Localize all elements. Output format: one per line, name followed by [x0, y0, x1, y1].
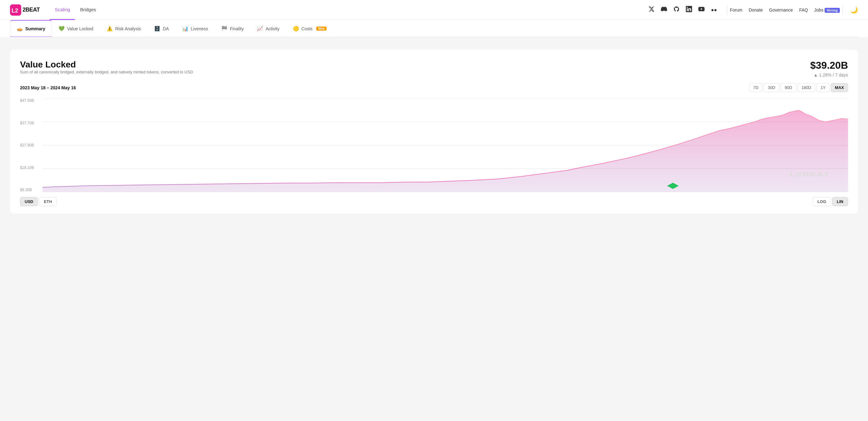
youtube-icon[interactable]	[698, 6, 705, 14]
liveness-icon: 📊	[182, 26, 188, 32]
time-90d[interactable]: 90D	[780, 83, 796, 92]
time-1y[interactable]: 1Y	[816, 83, 830, 92]
tab-risk-analysis[interactable]: ⚠️ Risk Analysis	[100, 20, 148, 37]
chart-change: ▲ 1.28% / 7 days	[810, 72, 848, 77]
linkedin-icon[interactable]	[686, 6, 692, 14]
value-locked-chart-section: Value Locked Sum of all canonically brid…	[10, 50, 858, 214]
y-label-4: $37.70B	[20, 121, 42, 125]
nav-bridges[interactable]: Bridges	[75, 0, 101, 20]
faq-link[interactable]: FAQ	[799, 7, 808, 12]
chart-date-row: 2023 May 18 – 2024 May 16 7D 30D 90D 180…	[20, 83, 848, 92]
dark-mode-divider	[842, 5, 843, 15]
right-nav: Forum Donate Governance FAQ JobsHiring	[730, 7, 840, 12]
summary-icon: 🥧	[17, 26, 23, 32]
finality-icon: 🏁	[221, 26, 227, 32]
costs-icon: 🟡	[293, 26, 299, 32]
twitter-icon[interactable]	[648, 6, 655, 14]
time-buttons: 7D 30D 90D 180D 1Y MAX	[749, 83, 848, 92]
tab-value-locked[interactable]: 💚 Value Locked	[52, 20, 100, 37]
social-links: ●●	[648, 6, 717, 14]
tab-bar: 🥧 Summary 💚 Value Locked ⚠️ Risk Analysi…	[10, 20, 858, 37]
governance-link[interactable]: Governance	[769, 7, 793, 12]
main-content: Value Locked Sum of all canonically brid…	[0, 37, 868, 418]
github-icon[interactable]	[673, 6, 680, 14]
logo-svg: L2	[10, 4, 21, 15]
time-30d[interactable]: 30D	[764, 83, 779, 92]
tab-liveness[interactable]: 📊 Liveness	[176, 20, 215, 37]
logo-text: 2BEAT	[23, 6, 40, 13]
y-axis-labels: $47.50B $37.70B $27.90B $18.10B $8.30B	[20, 98, 42, 192]
da-icon: 🗄️	[154, 26, 160, 32]
dark-mode-toggle[interactable]: 🌙	[850, 6, 858, 14]
tab-costs[interactable]: 🟡 Costs New	[286, 20, 333, 37]
medium-icon[interactable]: ●●	[711, 7, 717, 13]
scale-lin[interactable]: LIN	[832, 197, 848, 206]
tab-summary[interactable]: 🥧 Summary	[10, 20, 52, 37]
main-nav: Scaling Bridges	[50, 0, 101, 20]
tabs-container: 🥧 Summary 💚 Value Locked ⚠️ Risk Analysi…	[0, 20, 868, 37]
y-label-5: $47.50B	[20, 98, 42, 103]
currency-eth[interactable]: ETH	[39, 197, 57, 206]
costs-new-badge: New	[316, 27, 327, 31]
currency-buttons: USD ETH	[20, 197, 57, 206]
scale-log[interactable]: LOG	[813, 197, 831, 206]
chart-bottom-controls: USD ETH LOG LIN	[20, 197, 848, 206]
value-locked-icon: 💚	[58, 26, 65, 32]
y-label-2: $18.10B	[20, 165, 42, 170]
hiring-badge: Hiring	[825, 8, 840, 13]
chart-value-block: $39.20B ▲ 1.28% / 7 days	[810, 60, 848, 77]
currency-usd[interactable]: USD	[20, 197, 38, 206]
tab-da[interactable]: 🗄️ DA	[148, 20, 175, 37]
chart-watermark: L2BEAT	[789, 171, 830, 178]
chart-date-range: 2023 May 18 – 2024 May 16	[20, 85, 76, 90]
tab-activity[interactable]: 📈 Activity	[250, 20, 286, 37]
svg-text:L2: L2	[11, 7, 18, 14]
jobs-link[interactable]: JobsHiring	[814, 7, 840, 12]
y-label-1: $8.30B	[20, 188, 42, 192]
chart-svg: L2BEAT	[42, 98, 848, 192]
risk-icon: ⚠️	[106, 26, 113, 32]
nav-scaling[interactable]: Scaling	[50, 0, 75, 20]
forum-link[interactable]: Forum	[730, 7, 742, 12]
header: L2 2BEAT Scaling Bridges ●● Forum Donate…	[0, 0, 868, 20]
time-max[interactable]: MAX	[831, 83, 848, 92]
chart-total-value: $39.20B	[810, 60, 848, 71]
nav-divider	[727, 5, 727, 15]
donate-link[interactable]: Donate	[749, 7, 763, 12]
chart-header: Value Locked Sum of all canonically brid…	[20, 60, 848, 80]
chart-subtitle: Sum of all canonically bridged, external…	[20, 70, 193, 74]
discord-icon[interactable]	[661, 6, 667, 14]
activity-icon: 📈	[257, 26, 263, 32]
time-7d[interactable]: 7D	[749, 83, 763, 92]
chart-area: $47.50B $37.70B $27.90B $18.10B $8.30B	[20, 98, 848, 192]
logo[interactable]: L2 2BEAT	[10, 4, 40, 15]
chart-title: Value Locked	[20, 60, 193, 70]
time-180d[interactable]: 180D	[797, 83, 815, 92]
chart-title-block: Value Locked Sum of all canonically brid…	[20, 60, 193, 80]
y-label-3: $27.90B	[20, 143, 42, 148]
scale-buttons: LOG LIN	[813, 197, 848, 206]
tab-finality[interactable]: 🏁 Finality	[215, 20, 250, 37]
